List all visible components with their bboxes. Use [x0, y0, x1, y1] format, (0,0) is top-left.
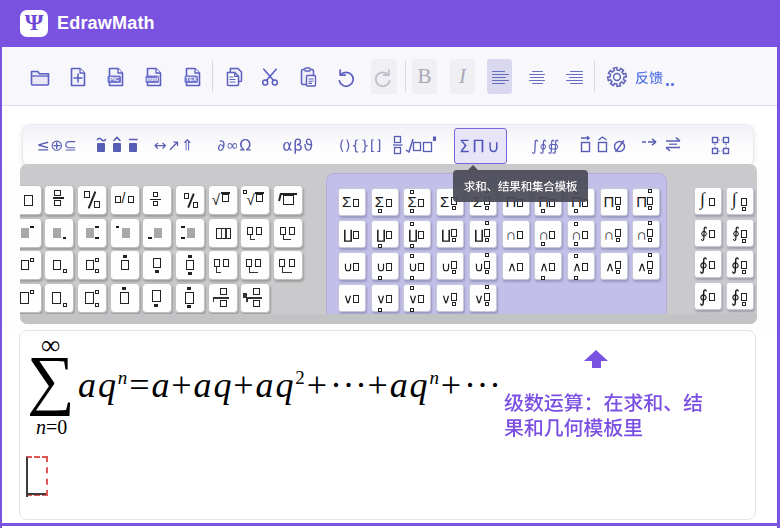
- svg-text:mml: mml: [146, 76, 158, 82]
- svg-text:TEX: TEX: [186, 76, 197, 82]
- svg-text:PIC: PIC: [109, 76, 118, 82]
